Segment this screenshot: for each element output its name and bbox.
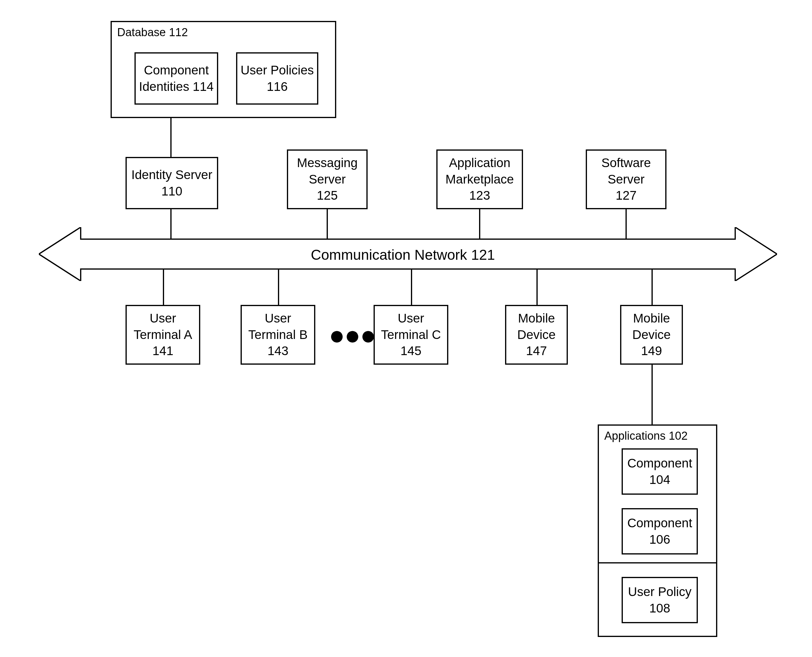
user-terminal-c-l2: Terminal C <box>381 327 441 343</box>
application-marketplace-box: Application Marketplace 123 <box>436 149 523 209</box>
mobile-device-1-l2: Device <box>517 327 555 343</box>
mobile-device-2-l3: 149 <box>641 343 662 359</box>
component-104-box: Component 104 <box>622 448 698 495</box>
identity-server-l1: Identity Server <box>132 167 213 183</box>
messaging-server-box: Messaging Server 125 <box>287 149 368 209</box>
messaging-server-l3: 125 <box>317 187 338 204</box>
user-terminal-a-l1: User <box>150 310 176 327</box>
messaging-server-l1: Messaging <box>297 155 358 171</box>
user-policies-l2: 116 <box>267 79 288 95</box>
connector-db-identity <box>170 118 171 157</box>
mobile-device-1-l3: 147 <box>526 343 547 359</box>
component-identities-l1: Component <box>144 62 208 79</box>
user-terminal-b-l2: Terminal B <box>248 327 308 343</box>
user-policies-box: User Policies 116 <box>236 52 318 104</box>
software-server-l3: 127 <box>616 187 636 204</box>
user-policy-l1: User Policy <box>628 584 691 600</box>
identity-server-box: Identity Server 110 <box>126 157 218 209</box>
applications-title: Applications 102 <box>604 429 688 443</box>
connector-net-terma <box>163 269 164 305</box>
ellipsis-icon: ●●● <box>329 320 376 350</box>
mobile-device-2-l2: Device <box>632 327 670 343</box>
connector-net-mobile1 <box>537 269 538 305</box>
component-identities-box: Component Identities 114 <box>134 52 218 104</box>
database-title: Database 112 <box>117 25 188 40</box>
user-policies-l1: User Policies <box>241 62 314 79</box>
user-terminal-a-box: User Terminal A 141 <box>126 305 200 365</box>
user-terminal-b-l3: 143 <box>268 343 288 359</box>
communication-network-label: Communication Network 121 <box>311 247 495 263</box>
user-terminal-a-l3: 141 <box>152 343 173 359</box>
user-terminal-c-box: User Terminal C 145 <box>373 305 448 365</box>
connector-net-mobile2 <box>652 269 653 305</box>
component-106-box: Component 106 <box>622 508 698 554</box>
user-policy-box: User Policy 108 <box>622 577 698 623</box>
marketplace-l1: Application <box>449 155 510 171</box>
mobile-device-2-l1: Mobile <box>633 310 670 327</box>
component-identities-l2: Identities 114 <box>139 79 214 95</box>
user-terminal-b-box: User Terminal B 143 <box>241 305 315 365</box>
user-terminal-c-l3: 145 <box>400 343 422 359</box>
component-106-l1: Component <box>627 515 692 531</box>
software-server-l2: Server <box>608 171 645 188</box>
identity-server-l2: 110 <box>162 183 182 200</box>
user-terminal-c-l1: User <box>398 310 425 327</box>
user-terminal-b-l1: User <box>265 310 291 327</box>
marketplace-l2: Marketplace <box>446 171 514 188</box>
mobile-device-2-box: Mobile Device 149 <box>620 305 683 365</box>
mobile-device-1-box: Mobile Device 147 <box>505 305 568 365</box>
connector-net-termc <box>411 269 412 305</box>
component-106-l2: 106 <box>649 531 670 548</box>
software-server-box: Software Server 127 <box>586 149 666 209</box>
messaging-server-l2: Server <box>309 171 346 188</box>
connector-net-termb <box>278 269 279 305</box>
mobile-device-1-l1: Mobile <box>518 310 555 327</box>
marketplace-l3: 123 <box>469 187 490 204</box>
software-server-l1: Software <box>601 155 651 171</box>
component-104-l2: 104 <box>649 472 670 488</box>
user-policy-l2: 108 <box>649 600 670 617</box>
user-terminal-a-l2: Terminal A <box>134 327 192 343</box>
component-104-l1: Component <box>627 455 692 472</box>
connector-mobile2-apps <box>652 365 653 425</box>
